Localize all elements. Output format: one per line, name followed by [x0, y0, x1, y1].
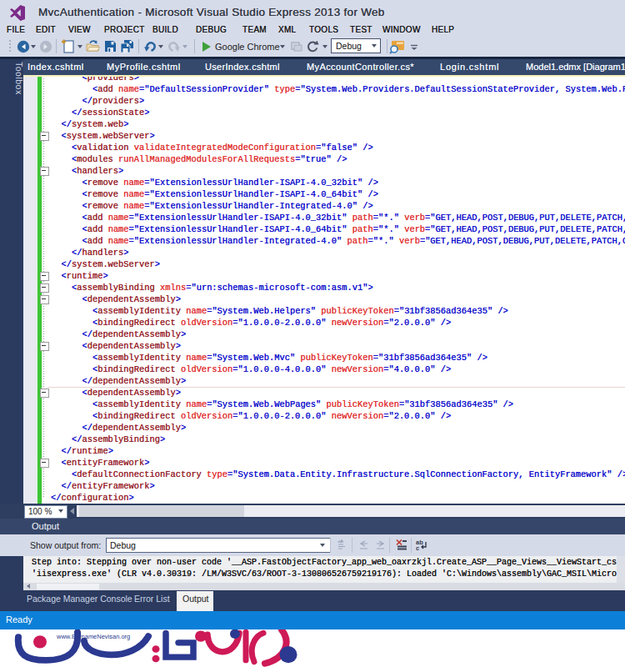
svg-text:c: c: [416, 544, 419, 551]
svg-text:www.BarnameNevisan.org: www.BarnameNevisan.org: [56, 633, 130, 640]
